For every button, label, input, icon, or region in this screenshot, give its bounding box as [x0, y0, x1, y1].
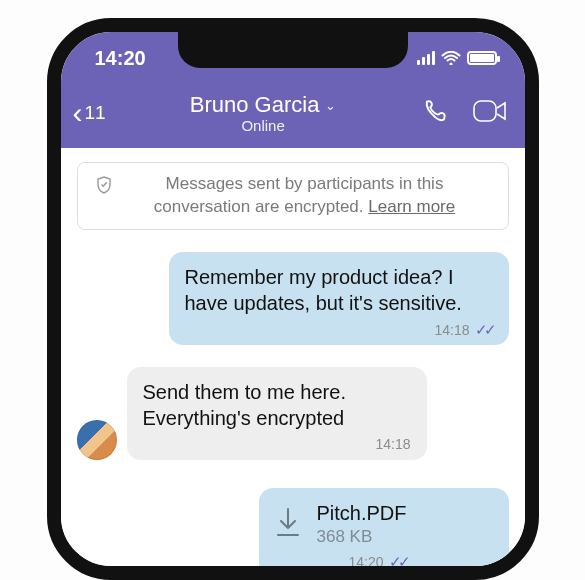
message-time: 14:20: [348, 554, 383, 570]
chat-area[interactable]: Messages sent by participants in this co…: [61, 148, 525, 577]
chevron-left-icon: ‹: [73, 98, 83, 128]
wifi-icon: [441, 51, 461, 65]
video-call-button[interactable]: [473, 98, 507, 128]
phone-frame: 14:20 ‹ 11 Bruno Garcia ⌄ Online: [47, 18, 539, 580]
chevron-down-icon: ⌄: [325, 98, 336, 113]
delivered-icon: ✓✓: [389, 553, 407, 571]
contact-status: Online: [106, 117, 421, 134]
video-icon: [473, 98, 507, 124]
phone-icon: [421, 97, 449, 125]
status-indicators: [417, 51, 497, 65]
encryption-notice-text: Messages sent by participants in this co…: [120, 173, 490, 219]
download-icon: [273, 506, 303, 540]
learn-more-link[interactable]: Learn more: [368, 197, 455, 216]
contact-name: Bruno Garcia: [190, 92, 320, 118]
chat-header: ‹ 11 Bruno Garcia ⌄ Online: [61, 84, 525, 148]
cellular-signal-icon: [417, 51, 435, 65]
back-button[interactable]: ‹ 11: [73, 98, 106, 128]
status-time: 14:20: [95, 47, 146, 70]
message-row-incoming: Send them to me here. Everything's encry…: [77, 367, 509, 459]
message-text: Send them to me here. Everything's encry…: [143, 379, 411, 431]
message-bubble[interactable]: Remember my product idea? I have updates…: [169, 252, 509, 346]
back-count: 11: [85, 102, 106, 124]
avatar[interactable]: [77, 420, 117, 460]
message-row-file: Pitch.PDF 368 KB 14:20 ✓✓: [77, 488, 509, 577]
shield-icon: [96, 176, 112, 201]
device-notch: [178, 32, 408, 68]
message-bubble[interactable]: Send them to me here. Everything's encry…: [127, 367, 427, 459]
message-time: 14:18: [375, 435, 410, 453]
message-time: 14:18: [434, 321, 469, 339]
file-attachment[interactable]: Pitch.PDF 368 KB 14:20 ✓✓: [259, 488, 509, 577]
delivered-icon: ✓✓: [475, 320, 493, 340]
file-size: 368 KB: [317, 527, 407, 547]
message-text: Remember my product idea? I have updates…: [185, 264, 493, 316]
message-row-outgoing: Remember my product idea? I have updates…: [77, 252, 509, 346]
encryption-notice[interactable]: Messages sent by participants in this co…: [77, 162, 509, 230]
voice-call-button[interactable]: [421, 97, 449, 129]
header-title-block[interactable]: Bruno Garcia ⌄ Online: [106, 92, 421, 134]
battery-icon: [467, 51, 497, 65]
file-name: Pitch.PDF: [317, 502, 407, 525]
svg-rect-0: [474, 101, 496, 121]
